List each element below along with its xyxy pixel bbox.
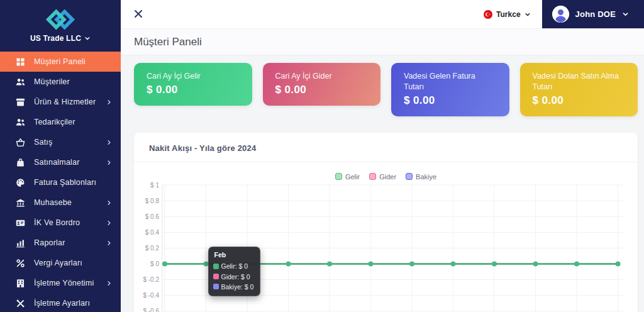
legend-label: Gider	[379, 173, 396, 181]
basket-icon	[15, 137, 25, 147]
sidebar-item-isletme-ayarlari[interactable]: İşletme Ayarları	[0, 293, 121, 312]
legend-marker-icon	[369, 173, 376, 180]
sidebar-item-urun-hizmetler[interactable]: Ürün & Hizmetler	[0, 92, 121, 112]
tooltip-row: Gelir: $ 0	[213, 261, 254, 271]
tooltip-row: Gider: $ 0	[213, 272, 254, 282]
sidebar-item-label: Satınalmalar	[34, 158, 80, 167]
tooltip-row-text: Gelir: $ 0	[221, 261, 248, 271]
svg-text:$ -0.4: $ -0.4	[143, 292, 159, 299]
sidebar-item-fatura-sablonlari[interactable]: Fatura Şablonları	[0, 172, 121, 192]
tooltip-row-text: Bakiye: $ 0	[221, 282, 254, 292]
sidebar-item-label: Raporlar	[34, 238, 65, 247]
sidebar-item-vergi-ayarlari[interactable]: Vergi Ayarları	[0, 253, 121, 273]
building-icon	[15, 278, 25, 288]
chart-tooltip: FebGelir: $ 0Gider: $ 0Bakiye: $ 0	[208, 247, 261, 296]
sidebar-item-raporlar[interactable]: Raporlar	[0, 233, 121, 253]
idcard-icon	[15, 218, 25, 228]
legend-item-gelir[interactable]: Gelir	[335, 173, 360, 181]
stat-cards-row: Cari Ay İçi Gelir$ 0.00Cari Ay İçi Gider…	[134, 63, 638, 116]
company-logo: US Trade LLC	[0, 0, 121, 47]
chevron-right-icon	[106, 200, 112, 206]
sidebar-item-label: Vergi Ayarları	[34, 259, 82, 267]
legend-item-gider[interactable]: Gider	[369, 173, 396, 181]
chevron-down-icon	[622, 11, 629, 18]
legend-marker-icon	[406, 173, 413, 180]
chevron-right-icon	[106, 240, 112, 246]
sidebar-item-muhasebe[interactable]: Muhasebe	[0, 192, 121, 213]
grid-icon	[15, 57, 25, 67]
sidebar-item-satis[interactable]: Satış	[0, 132, 121, 152]
legend-marker-icon	[335, 173, 342, 180]
chevron-right-icon	[106, 140, 112, 145]
palette-icon	[15, 177, 25, 187]
sidebar-item-label: Müşteri Paneli	[34, 57, 86, 66]
bar-chart-icon	[15, 238, 25, 248]
chevron-down-icon	[525, 11, 531, 18]
stat-card-value: $ 0.00	[147, 84, 240, 96]
topbar: Turkce John DOE	[121, 0, 644, 29]
sidebar-item-label: Muhasebe	[34, 198, 72, 207]
svg-text:$ 1: $ 1	[150, 182, 159, 189]
sidebar-item-satinalmalar[interactable]: Satınalmalar	[0, 152, 121, 172]
tooltip-marker-icon	[213, 274, 219, 279]
stat-card-value: $ 0.00	[275, 84, 369, 96]
language-selector[interactable]: Turkce	[484, 10, 530, 19]
sidebar-item-label: Ürün & Hizmetler	[34, 98, 96, 106]
tooltip-row-text: Gider: $ 0	[221, 272, 250, 282]
company-selector[interactable]: US Trade LLC	[0, 34, 121, 43]
stat-card-label: Vadesi Dolan Satın Alma Tutarı	[533, 71, 626, 92]
box-icon	[15, 97, 25, 107]
tools-icon	[15, 298, 25, 308]
stat-card-label: Cari Ay İçi Gider	[275, 71, 369, 82]
legend-item-bakiye[interactable]: Bakiye	[406, 173, 436, 181]
svg-text:$ -0.2: $ -0.2	[143, 276, 159, 283]
stat-card-label: Vadesi Gelen Fatura Tutarı	[404, 71, 497, 92]
svg-text:$ 0.8: $ 0.8	[145, 197, 160, 204]
percent-icon	[15, 258, 25, 268]
users-icon	[15, 77, 25, 87]
chart-title: Nakit Akışı - Yıla göre 2024	[149, 143, 256, 153]
sidebar-item-label: İşletme Ayarları	[34, 299, 90, 308]
users-icon	[15, 117, 25, 127]
sidebar-item-label: İK Ve Bordro	[34, 218, 80, 227]
legend-label: Bakiye	[416, 173, 436, 181]
chevron-down-icon	[84, 35, 91, 42]
svg-text:$ 0.6: $ 0.6	[145, 213, 160, 220]
language-label: Turkce	[496, 10, 520, 19]
chart-legend: GelirGiderBakiye	[134, 173, 638, 181]
chevron-right-icon	[106, 99, 112, 105]
user-name: John DOE	[575, 9, 616, 19]
sidebar-item-ik-ve-bordro[interactable]: İK Ve Bordro	[0, 213, 121, 233]
sidebar-item-isletme-yonetimi[interactable]: İşletme Yönetimi	[0, 273, 121, 293]
turkey-flag-icon	[484, 10, 492, 19]
cashflow-chart[interactable]: $ 1$ 0.8$ 0.6$ 0.4$ 0.2$ 0$ -0.2$ -0.4$ …	[134, 182, 638, 312]
sidebar-item-label: Tedarikçiler	[34, 118, 75, 126]
sidebar-item-tedarikciler[interactable]: Tedarikçiler	[0, 112, 121, 132]
stat-card-vadesi-gelen-fatura-tutari: Vadesi Gelen Fatura Tutarı$ 0.00	[391, 63, 509, 116]
stat-card-value: $ 0.00	[404, 94, 497, 107]
tooltip-marker-icon	[213, 264, 219, 269]
tooltip-row: Bakiye: $ 0	[213, 282, 254, 292]
chevron-right-icon	[106, 160, 112, 165]
cashflow-chart-card: Nakit Akışı - Yıla göre 2024 GelirGiderB…	[134, 133, 638, 312]
svg-text:$ 0.2: $ 0.2	[145, 245, 160, 252]
sidebar-item-label: Müşteriler	[34, 77, 70, 86]
close-icon[interactable]	[133, 9, 145, 20]
legend-label: Gelir	[345, 173, 360, 181]
stat-card-vadesi-dolan-satin-alma-tutari: Vadesi Dolan Satın Alma Tutarı$ 0.00	[520, 63, 638, 116]
user-menu[interactable]: John DOE	[542, 0, 644, 28]
bank-icon	[15, 198, 25, 208]
diamonds-logo-icon	[40, 6, 81, 33]
company-name: US Trade LLC	[30, 34, 81, 43]
sidebar-item-musteri-paneli[interactable]: Müşteri Paneli	[0, 52, 121, 72]
stat-card-label: Cari Ay İçi Gelir	[147, 71, 240, 82]
avatar	[552, 6, 569, 23]
sidebar-item-label: Satış	[34, 138, 53, 147]
stat-card-value: $ 0.00	[533, 94, 626, 107]
svg-text:$ 0.4: $ 0.4	[145, 229, 160, 236]
sidebar-item-musteriler[interactable]: Müşteriler	[0, 72, 121, 92]
chevron-right-icon	[106, 220, 112, 226]
tooltip-marker-icon	[213, 284, 219, 289]
page-title: Müşteri Paneli	[134, 36, 202, 48]
sidebar-item-label: İşletme Yönetimi	[34, 279, 94, 287]
